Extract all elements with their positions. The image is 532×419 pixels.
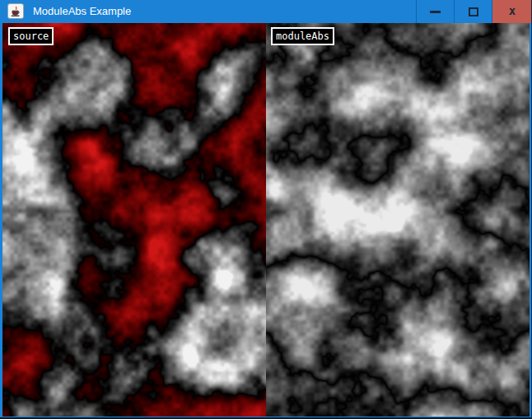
window-title: ModuleAbs Example xyxy=(33,0,131,23)
moduleabs-panel-label: moduleAbs xyxy=(271,27,334,45)
close-button[interactable]: x xyxy=(492,0,532,23)
java-coffee-cup-icon xyxy=(7,3,24,19)
application-window: ModuleAbs Example x source moduleAbs xyxy=(0,0,532,419)
minimize-icon xyxy=(430,11,441,13)
maximize-icon xyxy=(469,7,478,16)
minimize-button[interactable] xyxy=(416,0,454,23)
content-area: source moduleAbs xyxy=(2,23,530,417)
java-coffee-cup-glyph xyxy=(10,6,21,17)
close-icon: x xyxy=(509,5,516,16)
noise-texture-canvas xyxy=(2,23,530,417)
maximize-button[interactable] xyxy=(454,0,492,23)
titlebar[interactable]: ModuleAbs Example x xyxy=(0,0,532,23)
window-controls: x xyxy=(416,0,532,23)
source-panel-label: source xyxy=(8,27,54,45)
